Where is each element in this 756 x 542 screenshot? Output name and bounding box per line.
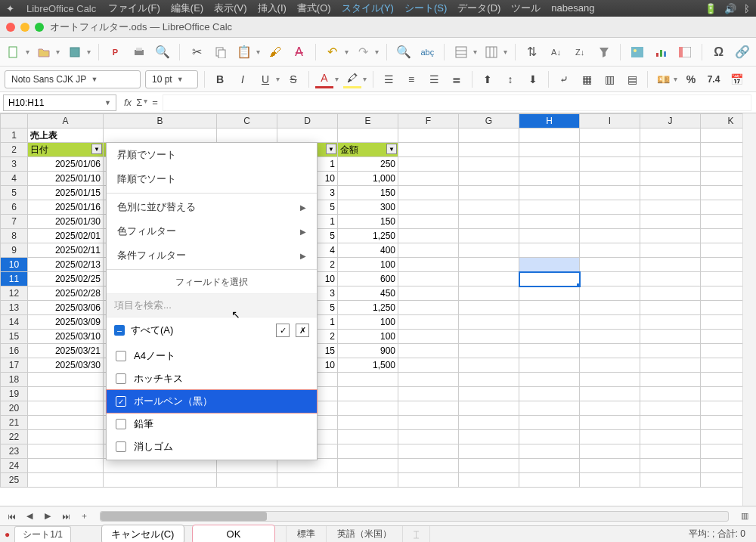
cell-J19[interactable] (640, 387, 701, 401)
valign-bot-button[interactable]: ⬇ (524, 70, 542, 88)
cell-E9[interactable]: 400 (338, 243, 398, 258)
row-header-23[interactable]: 23 (1, 444, 28, 459)
col-header-B[interactable]: B (104, 114, 217, 129)
cell-G7[interactable] (459, 215, 519, 229)
cell-H21[interactable] (519, 416, 580, 430)
cell-E17[interactable]: 1,500 (338, 358, 398, 373)
macmenu-7[interactable]: データ(D) (457, 2, 500, 14)
cell-J18[interactable] (640, 373, 701, 387)
highlight-button[interactable]: 🖍 (343, 70, 361, 88)
row-header-15[interactable]: 15 (1, 330, 28, 344)
cell-A16[interactable]: 2025/03/21 (28, 344, 104, 358)
cell-F8[interactable] (398, 229, 459, 243)
cell-K9[interactable] (701, 243, 743, 258)
row-header-12[interactable]: 12 (1, 286, 28, 301)
cell-G17[interactable] (459, 358, 519, 373)
cell-F9[interactable] (398, 243, 459, 258)
cell-J23[interactable] (640, 444, 701, 459)
cell-F4[interactable] (398, 172, 459, 186)
cell-F15[interactable] (398, 330, 459, 344)
select-all-corner[interactable] (1, 114, 28, 129)
macmenu-2[interactable]: 表示(V) (214, 2, 246, 14)
cell-J14[interactable] (640, 315, 701, 330)
cell-E22[interactable] (338, 430, 398, 444)
cell-J8[interactable] (640, 229, 701, 243)
cell-F13[interactable] (398, 301, 459, 315)
cell-H25[interactable] (519, 473, 580, 488)
align-justify-button[interactable]: ≣ (448, 70, 466, 88)
row-header-1[interactable]: 1 (1, 129, 28, 143)
strike-button[interactable]: S (284, 70, 302, 88)
cell-E25[interactable] (338, 473, 398, 488)
filter-checkbox-2[interactable]: ✓ (116, 396, 126, 407)
cell-G3[interactable] (459, 157, 519, 172)
cell-J6[interactable] (640, 200, 701, 215)
wrap-button[interactable]: ⤶ (555, 70, 573, 88)
equals-button[interactable]: = (152, 97, 158, 108)
macmenu-0[interactable]: ファイル(F) (108, 2, 160, 14)
cell-K21[interactable] (701, 416, 743, 430)
cell-E4[interactable]: 1,000 (338, 172, 398, 186)
filter-checkbox-3[interactable] (116, 419, 126, 429)
filter-toggle-4[interactable]: ▼ (386, 144, 397, 154)
cell-J12[interactable] (640, 286, 701, 301)
cell-I22[interactable] (580, 430, 640, 444)
filter-item-2[interactable]: ✓ボールペン（黒） (107, 390, 317, 413)
cell-E7[interactable]: 150 (338, 215, 398, 229)
row-header-20[interactable]: 20 (1, 401, 28, 416)
cell-G1[interactable] (459, 129, 519, 143)
cell-J20[interactable] (640, 401, 701, 416)
percent-button[interactable]: % (682, 70, 700, 88)
valign-top-button[interactable]: ⬆ (479, 70, 497, 88)
cell-C24[interactable] (217, 459, 277, 473)
cell-K20[interactable] (701, 401, 743, 416)
cell-G12[interactable] (459, 286, 519, 301)
cell-F5[interactable] (398, 186, 459, 200)
cell-K7[interactable] (701, 215, 743, 229)
cell-G15[interactable] (459, 330, 519, 344)
macmenu-6[interactable]: シート(S) (404, 2, 447, 14)
cell-I12[interactable] (580, 286, 640, 301)
sort-desc-button[interactable]: A↓ (547, 43, 565, 61)
col-button[interactable] (483, 43, 501, 61)
cell-I19[interactable] (580, 387, 640, 401)
spellcheck-button[interactable]: abç (419, 43, 437, 61)
cell-K6[interactable] (701, 200, 743, 215)
find-button[interactable]: 🔍 (395, 43, 413, 61)
cell-A21[interactable] (28, 416, 104, 430)
cell-J17[interactable] (640, 358, 701, 373)
cell-C25[interactable] (217, 473, 277, 488)
cell-H7[interactable] (519, 215, 580, 229)
cell-A22[interactable] (28, 430, 104, 444)
cell-E10[interactable]: 100 (338, 258, 398, 272)
cell-G2[interactable] (459, 143, 519, 157)
cell-I11[interactable] (580, 272, 640, 286)
cell-H6[interactable] (519, 200, 580, 215)
align-right-button[interactable]: ☰ (425, 70, 443, 88)
cell-E8[interactable]: 1,250 (338, 229, 398, 243)
header-4[interactable]: 金額▼ (338, 143, 398, 157)
cell-A10[interactable]: 2025/02/13 (28, 258, 104, 272)
cell-D24[interactable] (277, 459, 338, 473)
col-header-K[interactable]: K (701, 114, 743, 129)
hyperlink-button[interactable]: 🔗 (734, 43, 752, 61)
last-sheet-button[interactable]: ⏭ (59, 509, 73, 523)
cell-A12[interactable]: 2025/02/28 (28, 286, 104, 301)
cell-E20[interactable] (338, 401, 398, 416)
filter-search-input[interactable]: 項目を検索... (107, 293, 317, 317)
font-size-combo[interactable]: 10 pt▼ (145, 70, 198, 88)
col-header-G[interactable]: G (459, 114, 519, 129)
filter-toggle-3[interactable]: ▼ (326, 144, 336, 154)
cell-F18[interactable] (398, 373, 459, 387)
sum-button[interactable]: Σ (136, 97, 142, 108)
cell-K8[interactable] (701, 229, 743, 243)
cell-I7[interactable] (580, 215, 640, 229)
cell-J24[interactable] (640, 459, 701, 473)
image-button[interactable] (628, 43, 646, 61)
macmenu-5[interactable]: スタイル(Y) (342, 2, 394, 14)
copy-button[interactable] (212, 43, 230, 61)
format-paint-button[interactable]: 🖌 (266, 43, 284, 61)
cell-J16[interactable] (640, 344, 701, 358)
cell-A7[interactable]: 2025/01/30 (28, 215, 104, 229)
formula-input[interactable] (163, 94, 751, 111)
